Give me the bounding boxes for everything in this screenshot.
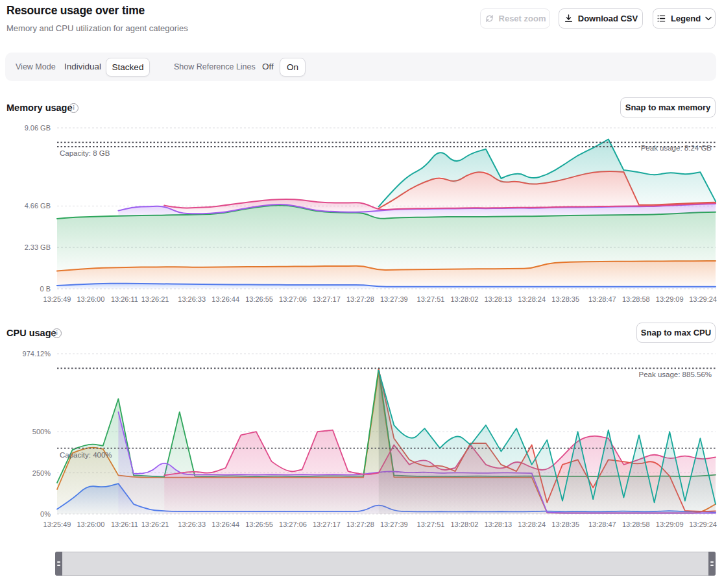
snap-cpu-label: Snap to max CPU	[641, 328, 711, 337]
svg-text:13:26:11: 13:26:11	[111, 521, 138, 528]
svg-text:13:29:24: 13:29:24	[689, 521, 717, 528]
svg-text:Peak usage: 8.24 GB: Peak usage: 8.24 GB	[641, 144, 712, 152]
brush-grip	[57, 561, 60, 563]
svg-text:13:26:00: 13:26:00	[77, 295, 104, 303]
cpu-section-title: CPU usage	[6, 328, 56, 338]
svg-text:13:28:02: 13:28:02	[450, 521, 478, 528]
brush-grip	[710, 565, 714, 566]
svg-text:13:27:06: 13:27:06	[279, 521, 307, 528]
svg-text:13:28:58: 13:28:58	[622, 521, 650, 528]
svg-text:13:27:39: 13:27:39	[380, 521, 408, 528]
view-mode-label: View Mode	[16, 62, 56, 71]
svg-text:13:28:35: 13:28:35	[551, 295, 579, 303]
svg-text:13:28:13: 13:28:13	[484, 295, 512, 303]
svg-text:974.12%: 974.12%	[23, 350, 51, 358]
svg-text:13:28:24: 13:28:24	[518, 295, 546, 303]
svg-text:2.33 GB: 2.33 GB	[25, 243, 51, 251]
reset-zoom-icon	[485, 14, 494, 23]
view-mode-stacked-option[interactable]: Stacked	[106, 58, 150, 77]
svg-text:13:26:21: 13:26:21	[141, 521, 169, 528]
svg-text:13:26:44: 13:26:44	[211, 521, 239, 528]
view-options-toolbar: View Mode Individual Stacked Show Refere…	[5, 53, 716, 81]
legend-button[interactable]: Legend	[653, 8, 716, 29]
snap-to-max-cpu-button[interactable]: Snap to max CPU	[636, 323, 716, 343]
svg-text:13:28:35: 13:28:35	[551, 521, 579, 528]
download-csv-button[interactable]: Download CSV	[559, 8, 643, 29]
svg-text:13:27:28: 13:27:28	[346, 295, 374, 303]
svg-text:13:27:39: 13:27:39	[380, 295, 408, 303]
svg-text:13:28:02: 13:28:02	[450, 295, 478, 303]
legend-label: Legend	[671, 14, 701, 23]
download-csv-label: Download CSV	[578, 14, 638, 23]
svg-text:13:28:47: 13:28:47	[588, 521, 616, 528]
svg-text:9.06 GB: 9.06 GB	[25, 124, 51, 132]
reference-lines-off-option[interactable]: Off	[262, 62, 274, 71]
snap-to-max-memory-button[interactable]: Snap to max memory	[620, 97, 716, 117]
svg-text:13:27:51: 13:27:51	[417, 295, 445, 303]
svg-text:Capacity: 8 GB: Capacity: 8 GB	[60, 149, 110, 157]
svg-text:13:26:33: 13:26:33	[178, 521, 206, 528]
svg-text:500%: 500%	[32, 428, 51, 435]
svg-text:13:25:49: 13:25:49	[43, 295, 71, 303]
svg-text:13:27:28: 13:27:28	[346, 521, 374, 528]
svg-text:13:27:17: 13:27:17	[313, 521, 341, 528]
svg-text:13:28:24: 13:28:24	[518, 521, 546, 528]
svg-text:0%: 0%	[40, 510, 51, 518]
view-mode-individual-option[interactable]: Individual	[64, 62, 101, 71]
legend-list-icon	[657, 14, 666, 23]
memory-section-title: Memory usage	[6, 103, 73, 113]
svg-text:0 B: 0 B	[40, 285, 51, 293]
cpu-usage-chart[interactable]: 974.12%500%250%0%Capacity: 400%Peak usag…	[0, 347, 724, 532]
snap-memory-label: Snap to max memory	[625, 103, 711, 112]
svg-text:13:27:06: 13:27:06	[279, 295, 307, 303]
svg-text:13:27:17: 13:27:17	[313, 295, 341, 303]
download-icon	[564, 14, 573, 23]
svg-text:250%: 250%	[32, 469, 51, 477]
svg-text:13:25:49: 13:25:49	[43, 521, 71, 528]
svg-text:13:26:55: 13:26:55	[245, 295, 273, 303]
reference-lines-on-option[interactable]: On	[280, 58, 306, 77]
svg-text:Peak usage: 885.56%: Peak usage: 885.56%	[638, 371, 712, 378]
svg-text:13:26:00: 13:26:00	[77, 521, 104, 528]
svg-text:13:26:55: 13:26:55	[245, 521, 273, 528]
svg-text:4.66 GB: 4.66 GB	[25, 202, 51, 210]
cpu-info-icon[interactable]: i	[52, 328, 62, 338]
show-reference-lines-label: Show Reference Lines	[174, 62, 256, 71]
brush-grip	[710, 561, 714, 563]
svg-text:Capacity: 400%: Capacity: 400%	[60, 451, 112, 459]
svg-text:13:26:21: 13:26:21	[141, 295, 169, 303]
svg-text:13:29:24: 13:29:24	[689, 295, 717, 303]
svg-text:13:26:44: 13:26:44	[211, 295, 239, 303]
page-title: Resource usage over time	[6, 4, 145, 18]
svg-text:13:28:58: 13:28:58	[622, 295, 650, 303]
page-subtitle: Memory and CPU utilization for agent cat…	[6, 23, 188, 33]
chevron-down-icon	[705, 16, 712, 21]
time-range-brush[interactable]	[55, 552, 716, 576]
brush-handle-left[interactable]	[55, 552, 62, 576]
svg-text:13:29:09: 13:29:09	[656, 295, 684, 303]
memory-usage-chart[interactable]: 9.06 GB4.66 GB2.33 GB0 BCapacity: 8 GBPe…	[0, 122, 724, 307]
memory-info-icon[interactable]: i	[69, 103, 78, 113]
svg-text:13:28:47: 13:28:47	[588, 295, 616, 303]
svg-text:13:28:13: 13:28:13	[484, 521, 512, 528]
svg-text:13:29:09: 13:29:09	[656, 521, 684, 528]
svg-text:13:26:11: 13:26:11	[111, 295, 138, 303]
brush-handle-right[interactable]	[708, 552, 716, 576]
svg-text:13:27:51: 13:27:51	[417, 521, 445, 528]
reset-zoom-button[interactable]: Reset zoom	[480, 8, 550, 29]
brush-grip	[57, 565, 60, 566]
reset-zoom-label: Reset zoom	[499, 14, 546, 23]
svg-text:13:26:33: 13:26:33	[178, 295, 206, 303]
